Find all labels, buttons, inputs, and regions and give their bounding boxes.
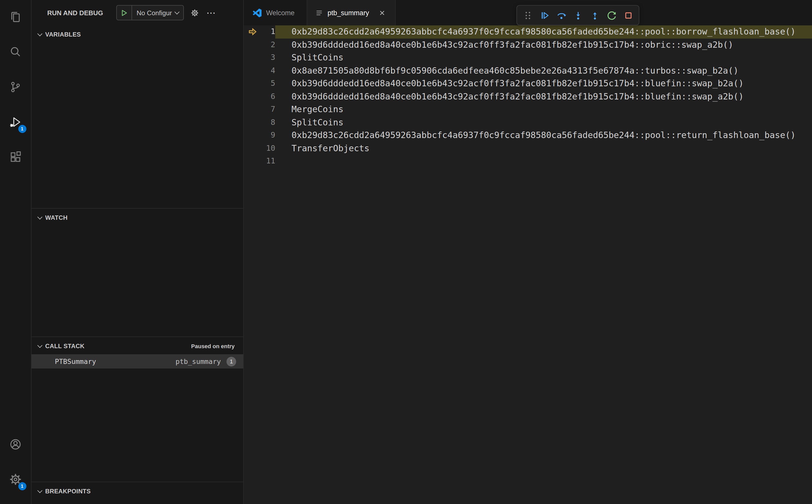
settings-gear-icon[interactable]: 1	[3, 467, 28, 491]
activity-bar: 1	[0, 0, 31, 504]
call-stack-section: CALL STACK Paused on entry PTBSummary pt…	[31, 337, 243, 482]
extensions-squares-icon	[9, 150, 22, 164]
close-icon[interactable]	[378, 8, 387, 17]
line-text: TransferObjects	[275, 142, 812, 155]
sidebar-title: RUN AND DEBUG	[47, 9, 103, 16]
step-out-icon	[589, 10, 600, 21]
breakpoints-section: BREAKPOINTS	[31, 482, 243, 504]
stop-button[interactable]	[621, 8, 636, 23]
chevron-down-icon	[36, 33, 44, 36]
editor-area: Welcome ptb_summary	[244, 0, 812, 504]
activity-bar-bottom: 1	[0, 432, 31, 491]
line-number: 8	[261, 116, 275, 129]
tab-label: ptb_summary	[327, 9, 369, 16]
continue-icon	[539, 10, 550, 21]
section-label: VARIABLES	[45, 31, 81, 38]
search-icon[interactable]	[3, 40, 28, 64]
step-into-button[interactable]	[570, 8, 586, 23]
play-icon	[121, 9, 127, 16]
line-text: 0xb39d6dddedd16ed8a40ce0b1e6b43c92acf0ff…	[275, 77, 812, 90]
line-number: 5	[261, 77, 275, 90]
code-line[interactable]: 9 0xb29d83c26cdd2a64959263abbcfc4a6937f0…	[244, 129, 812, 142]
code-line[interactable]: 1 0xb29d83c26cdd2a64959263abbcfc4a6937f0…	[244, 25, 812, 38]
section-label: CALL STACK	[45, 343, 85, 350]
code-line[interactable]: 2 0xb39d6dddedd16ed8a40ce0b1e6b43c92acf0…	[244, 38, 812, 51]
step-out-button[interactable]	[587, 8, 602, 23]
step-over-icon	[556, 10, 567, 21]
code-editor: 1 0xb29d83c26cdd2a64959263abbcfc4a6937f0…	[244, 25, 812, 504]
line-number: 3	[261, 51, 275, 64]
code-line[interactable]: 11	[244, 155, 812, 168]
call-stack-frame[interactable]: PTBSummary ptb_summary 1	[31, 354, 243, 368]
line-text: 0xb39d6dddedd16ed8a40ce0b1e6b43c92acf0ff…	[275, 90, 812, 103]
settings-badge: 1	[18, 482, 26, 490]
debug-badge: 1	[18, 125, 26, 133]
chevron-down-icon	[36, 490, 44, 492]
line-text	[275, 155, 812, 168]
line-text: 0xb29d83c26cdd2a64959263abbcfc4a6937f0c9…	[275, 25, 812, 38]
pause-status: Paused on entry	[191, 343, 235, 349]
line-text: 0xb39d6dddedd16ed8a40ce0b1e6b43c92acf0ff…	[275, 38, 812, 51]
account-person-icon	[9, 437, 22, 451]
call-stack-section-header[interactable]: CALL STACK Paused on entry	[31, 340, 243, 353]
stop-icon	[623, 10, 634, 21]
variables-section-header[interactable]: VARIABLES	[31, 28, 243, 41]
line-number: 6	[261, 90, 275, 103]
code-line[interactable]: 3 SplitCoins	[244, 51, 812, 64]
code-line[interactable]: 8 SplitCoins	[244, 116, 812, 129]
files-icon	[9, 10, 22, 24]
toolbar-drag-handle[interactable]	[520, 8, 535, 23]
continue-button[interactable]	[537, 8, 552, 23]
run-debug-sidebar: RUN AND DEBUG No Configur	[31, 0, 244, 504]
step-over-button[interactable]	[554, 8, 569, 23]
step-into-icon	[573, 10, 583, 21]
code-line[interactable]: 4 0x8ae871505a80d8bf6bf9c05906cda6edfeea…	[244, 64, 812, 77]
source-control-icon[interactable]	[3, 75, 28, 99]
restart-button[interactable]	[604, 8, 619, 23]
tab-ptb-summary[interactable]: ptb_summary	[307, 0, 395, 25]
gear-icon	[190, 8, 199, 17]
run-and-debug-icon[interactable]: 1	[3, 110, 28, 134]
debug-toolbar	[517, 5, 639, 25]
line-number: 1	[261, 25, 275, 38]
accounts-icon[interactable]	[3, 432, 28, 456]
line-number: 2	[261, 38, 275, 51]
section-label: BREAKPOINTS	[45, 488, 91, 495]
chevron-down-icon[interactable]	[175, 6, 184, 20]
code-line[interactable]: 10 TransferObjects	[244, 142, 812, 155]
line-text: MergeCoins	[275, 103, 812, 116]
sidebar-header: RUN AND DEBUG No Configur	[31, 0, 243, 25]
code-line[interactable]: 5 0xb39d6dddedd16ed8a40ce0b1e6b43c92acf0…	[244, 77, 812, 90]
launch-configuration-control[interactable]: No Configur	[116, 5, 184, 20]
explorer-icon[interactable]	[3, 5, 28, 29]
magnifier-icon	[9, 45, 22, 59]
chevron-down-icon	[36, 345, 44, 347]
tab-welcome[interactable]: Welcome	[244, 0, 307, 25]
line-number: 9	[261, 129, 275, 142]
line-number: 7	[261, 103, 275, 116]
line-text: SplitCoins	[275, 116, 812, 129]
restart-icon	[606, 10, 617, 21]
activity-bar-top: 1	[0, 5, 31, 169]
watch-section: WATCH	[31, 208, 243, 337]
config-dropdown[interactable]: No Configur	[132, 6, 175, 20]
code-line[interactable]: 6 0xb39d6dddedd16ed8a40ce0b1e6b43c92acf0…	[244, 90, 812, 103]
line-text: SplitCoins	[275, 51, 812, 64]
more-actions-icon[interactable]: ···	[205, 7, 218, 19]
debug-settings-gear-icon[interactable]	[189, 7, 201, 19]
line-number: 11	[261, 155, 275, 168]
grip-dots-icon	[522, 10, 533, 21]
section-label: WATCH	[45, 214, 68, 221]
code-line[interactable]: 7 MergeCoins	[244, 103, 812, 116]
extensions-icon[interactable]	[3, 145, 28, 169]
line-number: 10	[261, 142, 275, 155]
line-text: 0x8ae871505a80d8bf6bf9c05906cda6edfeea46…	[275, 64, 812, 77]
watch-section-header[interactable]: WATCH	[31, 211, 243, 224]
vscode-logo-icon	[253, 8, 261, 17]
variables-section: VARIABLES	[31, 25, 243, 208]
start-debug-button[interactable]	[117, 6, 132, 20]
line-number: 4	[261, 64, 275, 77]
frame-source: ptb_summary	[175, 357, 221, 365]
tab-label: Welcome	[266, 9, 294, 16]
breakpoints-section-header[interactable]: BREAKPOINTS	[31, 485, 243, 498]
